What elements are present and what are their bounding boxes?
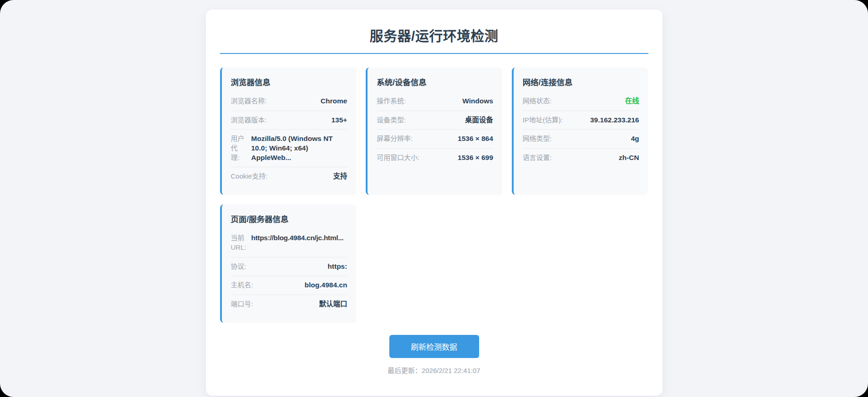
row-language-setting: 语言设置: zh-CN: [523, 149, 639, 167]
row-value: 4g: [631, 134, 639, 144]
row-hostname: 主机名: blog.4984.cn: [231, 276, 348, 295]
cards-grid: 浏览器信息 浏览器名称: Chrome 浏览器版本: 135+ 用户代理: Mo…: [220, 68, 648, 323]
row-ip-address: IP地址(估算): 39.162.233.216: [523, 111, 639, 130]
row-value: blog.4984.cn: [304, 281, 347, 290]
row-label: 主机名:: [231, 281, 253, 290]
row-label: 浏览器名称:: [231, 97, 267, 106]
row-value: 1536 × 699: [458, 153, 493, 163]
row-current-url: 当前URL: https://blog.4984.cn/jc.html...: [231, 229, 348, 257]
row-network-status: 网络状态: 在线: [523, 92, 639, 111]
row-port: 端口号: 默认端口: [231, 295, 348, 314]
title-underline: [220, 53, 648, 54]
row-label: IP地址(估算):: [523, 116, 563, 125]
card-browser-info: 浏览器信息 浏览器名称: Chrome 浏览器版本: 135+ 用户代理: Mo…: [220, 68, 357, 195]
card-title: 浏览器信息: [231, 76, 348, 87]
card-page-server-info: 页面/服务器信息 当前URL: https://blog.4984.cn/jc.…: [220, 204, 357, 322]
screen: 服务器/运行环境检测 浏览器信息 浏览器名称: Chrome 浏览器版本: 13…: [0, 0, 868, 397]
row-browser-name: 浏览器名称: Chrome: [231, 92, 348, 111]
row-window-size: 可用窗口大小: 1536 × 699: [377, 149, 493, 167]
row-label: 当前URL:: [231, 233, 245, 252]
row-label: 设备类型:: [377, 116, 406, 125]
card-network-info: 网络/连接信息 网络状态: 在线 IP地址(估算): 39.162.233.21…: [512, 68, 648, 195]
row-cookie-support: Cookie支持: 支持: [231, 167, 348, 186]
row-value: 默认端口: [319, 300, 347, 309]
row-value: zh-CN: [619, 153, 639, 163]
row-value: 39.162.233.216: [590, 116, 639, 125]
network-status-value: 在线: [625, 97, 639, 106]
row-label: 可用窗口大小:: [377, 153, 419, 163]
last-update-time: 2026/2/21 22:41:07: [422, 367, 480, 374]
row-value: 支持: [333, 172, 347, 181]
row-label: 网络状态:: [523, 97, 552, 106]
last-update-label: 最后更新：: [387, 367, 422, 374]
current-url-value: https://blog.4984.cn/jc.html...: [251, 233, 355, 243]
row-screen-resolution: 屏幕分辨率: 1536 × 864: [377, 130, 493, 149]
page-title: 服务器/运行环境检测: [220, 24, 648, 45]
refresh-button[interactable]: 刷新检测数据: [389, 335, 479, 358]
row-label: 用户代理:: [231, 134, 245, 162]
row-label: 浏览器版本:: [231, 116, 267, 125]
row-browser-version: 浏览器版本: 135+: [231, 111, 348, 130]
card-title: 网络/连接信息: [523, 76, 639, 87]
card-system-info: 系统/设备信息 操作系统: Windows 设备类型: 桌面设备 屏幕分辨率: …: [366, 68, 502, 195]
row-value: Mozilla/5.0 (Windows NT 10.0; Win64; x64…: [251, 134, 348, 162]
card-title: 页面/服务器信息: [231, 213, 348, 224]
row-label: 操作系统:: [377, 97, 406, 106]
row-value: https:: [328, 262, 347, 271]
row-label: 端口号:: [231, 300, 253, 309]
row-os: 操作系统: Windows: [377, 92, 493, 111]
row-label: 语言设置:: [523, 153, 552, 163]
card-title: 系统/设备信息: [377, 76, 493, 87]
row-user-agent: 用户代理: Mozilla/5.0 (Windows NT 10.0; Win6…: [231, 130, 348, 167]
row-value: Windows: [462, 97, 493, 106]
row-value: 桌面设备: [465, 116, 493, 125]
row-value: 135+: [331, 116, 347, 125]
row-label: 网络类型:: [523, 134, 552, 144]
row-value: 1536 × 864: [458, 134, 493, 144]
last-update: 最后更新：2026/2/21 22:41:07: [220, 365, 648, 375]
row-protocol: 协议: https:: [231, 257, 348, 276]
row-label: 屏幕分辨率:: [377, 134, 412, 144]
detection-panel: 服务器/运行环境检测 浏览器信息 浏览器名称: Chrome 浏览器版本: 13…: [206, 10, 662, 396]
row-label: Cookie支持:: [231, 172, 268, 181]
row-label: 协议:: [231, 262, 246, 271]
row-network-type: 网络类型: 4g: [523, 130, 639, 149]
row-value: Chrome: [321, 97, 348, 106]
row-device-type: 设备类型: 桌面设备: [377, 111, 493, 130]
